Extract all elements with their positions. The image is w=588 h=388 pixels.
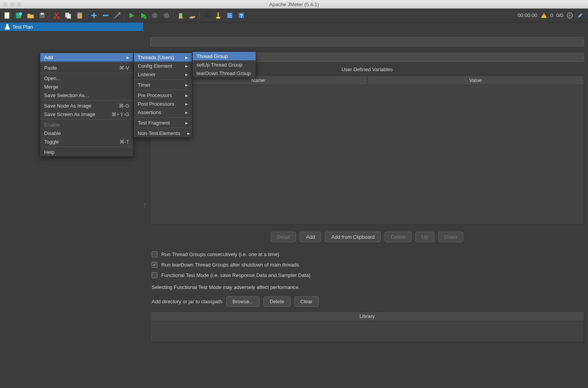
warning-icon[interactable]: ! [540, 12, 547, 19]
separator [173, 11, 174, 20]
library-body[interactable] [150, 321, 584, 342]
menu-item-add[interactable]: Add▸ [40, 53, 133, 62]
menu-item-non-test[interactable]: Non-Test Elements▸ [134, 129, 192, 137]
col-value-header: Value [368, 76, 584, 85]
check-teardown[interactable]: ✓ Run tearDown Thread Groups after shutd… [152, 262, 583, 268]
svg-rect-10 [79, 12, 81, 14]
menu-item-listener[interactable]: Listener▸ [134, 70, 192, 79]
svg-point-12 [152, 13, 157, 18]
menu-item-setup-thread-group[interactable]: setUp Thread Group [193, 60, 256, 69]
table-body[interactable] [150, 85, 584, 224]
menu-item-thread-group[interactable]: Thread Group [193, 52, 256, 60]
clear-classpath-button[interactable]: Clear [294, 296, 319, 307]
menu-item-paste[interactable]: Paste⌘-V [40, 63, 133, 72]
paste-icon[interactable] [74, 10, 85, 21]
titlebar: Apache JMeter (5.4.1) [0, 0, 588, 9]
flask-icon [5, 24, 10, 30]
templates-icon[interactable] [14, 10, 24, 21]
elapsed-time: 00:00:00 [518, 12, 537, 18]
plus-icon[interactable] [89, 10, 99, 21]
svg-point-13 [164, 13, 169, 18]
checkbox-icon [152, 251, 157, 257]
check-label: Run tearDown Thread Groups after shutdow… [161, 262, 299, 268]
close-window-icon[interactable] [3, 2, 7, 7]
separator [49, 11, 50, 20]
window-title: Apache JMeter (5.4.1) [269, 2, 319, 7]
shutdown-icon[interactable] [161, 10, 172, 21]
status-bar: 00:00:00 ! 0 0/0 [518, 12, 586, 19]
svg-point-5 [54, 17, 56, 19]
tree-panel: Test Plan Add▸ Paste⌘-V Open... Merge Sa… [0, 22, 143, 388]
open-icon[interactable] [25, 10, 36, 21]
svg-point-2 [19, 12, 22, 15]
svg-rect-16 [217, 12, 219, 17]
menu-item-timer[interactable]: Timer▸ [134, 80, 192, 89]
check-functional[interactable]: Functional Test Mode (i.e. save Response… [152, 272, 583, 278]
wand-icon[interactable] [112, 10, 123, 21]
menu-item-threads[interactable]: Threads (Users)▸ [134, 53, 192, 62]
down-button[interactable]: Down [438, 232, 463, 242]
menu-item-config-element[interactable]: Config Element▸ [134, 62, 192, 70]
menu-item-test-fragment[interactable]: Test Fragment▸ [134, 118, 192, 127]
menu-item-teardown-thread-group[interactable]: tearDown Thread Group [193, 69, 256, 77]
check-label: Functional Test Mode (i.e. save Response… [161, 272, 311, 278]
feather-icon[interactable] [576, 12, 583, 19]
add-button[interactable]: Add [300, 232, 321, 242]
check-consecutive[interactable]: Run Thread Groups consecutively (i.e. on… [152, 251, 583, 257]
clear-icon[interactable] [175, 10, 186, 21]
svg-rect-0 [5, 12, 9, 19]
menu-item-toggle[interactable]: Toggle⌘-T [40, 137, 133, 146]
name-input[interactable] [150, 37, 584, 46]
svg-text:!: ! [543, 14, 544, 18]
up-button[interactable]: Up [415, 232, 434, 242]
classpath-label: Add directory or jar to classpath [152, 299, 222, 304]
menu-item-assertions[interactable]: Assertions▸ [134, 108, 192, 116]
library-header: Library [150, 312, 584, 321]
cut-icon[interactable] [51, 10, 62, 21]
reset-search-icon[interactable] [213, 10, 224, 21]
svg-rect-4 [41, 13, 44, 15]
menu-item-disable[interactable]: Disable [40, 129, 133, 137]
menu-item-pre-processors[interactable]: Pre Processors▸ [134, 91, 192, 99]
search-icon[interactable] [201, 10, 212, 21]
menu-item-open[interactable]: Open... [40, 74, 133, 82]
thread-count: 0/0 [556, 12, 563, 18]
start-icon[interactable] [126, 10, 137, 21]
menu-item-help[interactable]: Help [40, 148, 133, 156]
save-icon[interactable] [37, 10, 48, 21]
menu-item-save-node-image[interactable]: Save Node As Image⌘-G [40, 101, 133, 110]
browse-button[interactable]: Browse... [226, 296, 260, 307]
tree-item-label: Test Plan [12, 24, 33, 30]
menu-item-save-screen-image[interactable]: Save Screen As Image⌘+⇧-G [40, 110, 133, 118]
zoom-window-icon[interactable] [17, 2, 21, 7]
start-no-timers-icon[interactable] [138, 10, 149, 21]
add-from-clipboard-button[interactable]: Add from Clipboard [325, 232, 381, 242]
separator [199, 11, 200, 20]
clear-all-icon[interactable] [187, 10, 198, 21]
menu-item-merge[interactable]: Merge [40, 82, 133, 91]
svg-point-6 [58, 17, 60, 19]
separator [87, 11, 87, 20]
help-icon[interactable]: ? [236, 10, 247, 21]
expand-icon[interactable] [566, 12, 573, 19]
check-label: Run Thread Groups consecutively (i.e. on… [161, 251, 279, 257]
minimize-window-icon[interactable] [10, 2, 14, 7]
minus-icon[interactable] [100, 10, 111, 21]
tree-item-test-plan[interactable]: Test Plan [0, 22, 143, 31]
stop-icon[interactable] [149, 10, 160, 21]
new-icon[interactable] [2, 10, 13, 21]
function-helper-icon[interactable] [224, 10, 235, 21]
submenu-add: Threads (Users)▸ Config Element▸ Listene… [133, 53, 192, 138]
svg-point-11 [144, 16, 147, 19]
detail-button[interactable]: Detail [271, 232, 296, 242]
delete-button[interactable]: Delete [385, 232, 412, 242]
svg-rect-9 [77, 13, 82, 19]
delete-classpath-button[interactable]: Delete [263, 296, 291, 307]
copy-icon[interactable] [63, 10, 74, 21]
menu-item-post-processors[interactable]: Post Processors▸ [134, 99, 192, 108]
table-buttons: Detail Add Add from Clipboard Delete Up … [150, 227, 584, 247]
menu-item-save-selection[interactable]: Save Selection As... [40, 91, 133, 99]
library-table: Library [150, 311, 584, 342]
window-controls [3, 2, 21, 7]
svg-point-15 [207, 13, 210, 16]
